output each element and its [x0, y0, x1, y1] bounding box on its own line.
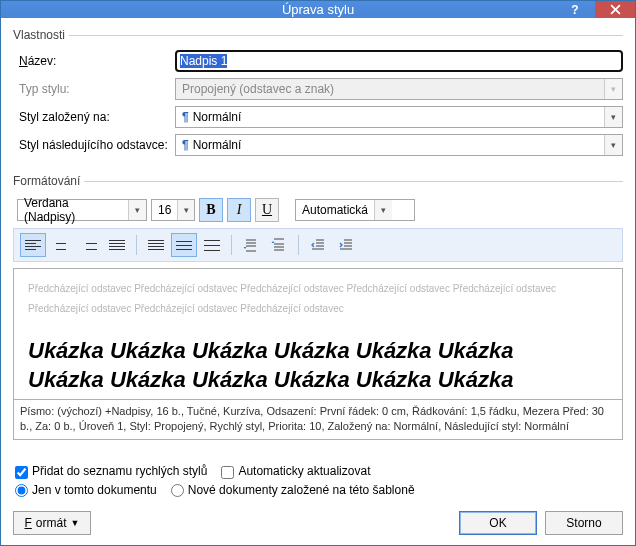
window-title: Úprava stylu	[1, 2, 635, 17]
para-space-icon	[271, 237, 287, 253]
chevron-down-icon[interactable]: ▾	[177, 200, 194, 220]
spacing-med-icon	[176, 241, 192, 250]
line-spacing-2-button[interactable]	[199, 233, 225, 257]
align-right-icon	[81, 240, 97, 250]
font-color-combo[interactable]: Automatická ▾	[295, 199, 415, 221]
preview-sample-line-2: Ukázka Ukázka Ukázka Ukázka Ukázka Ukázk…	[28, 366, 608, 395]
following-value: ¶Normální	[176, 138, 604, 152]
help-button[interactable]: ?	[555, 1, 595, 18]
para-space-icon	[243, 237, 259, 253]
chevron-down-icon[interactable]: ▾	[604, 107, 622, 127]
align-center-icon	[53, 240, 69, 250]
style-type-value: Propojený (odstavec a znak)	[176, 82, 604, 96]
this-doc-radio-input[interactable]	[15, 484, 28, 497]
indent-decrease-button[interactable]	[305, 233, 331, 257]
indent-inc-icon	[338, 237, 354, 253]
font-toolbar: Verdana (Nadpisy) ▾ 16 ▾ B I U Automatic…	[13, 196, 623, 228]
dialog-body: Vlastnosti Název: Typ stylu: Propojený (…	[1, 18, 635, 545]
align-center-button[interactable]	[48, 233, 74, 257]
bold-button[interactable]: B	[199, 198, 223, 222]
space-before-dec-button[interactable]	[266, 233, 292, 257]
chevron-down-icon: ▾	[604, 79, 622, 99]
name-input[interactable]	[175, 50, 623, 72]
chevron-down-icon[interactable]: ▾	[128, 200, 146, 220]
dialog-footer: Formát ▼ OK Storno	[13, 511, 623, 535]
align-justify-button[interactable]	[104, 233, 130, 257]
new-docs-radio-input[interactable]	[171, 484, 184, 497]
based-on-label: Styl založený na:	[13, 110, 175, 124]
based-on-select[interactable]: ¶Normální ▾	[175, 106, 623, 128]
font-size-combo[interactable]: 16 ▾	[151, 199, 195, 221]
align-justify-icon	[109, 240, 125, 250]
based-on-value: ¶Normální	[176, 110, 604, 124]
underline-button[interactable]: U	[255, 198, 279, 222]
spacing-wide-icon	[204, 240, 220, 251]
style-type-label: Typ stylu:	[13, 82, 175, 96]
auto-update-checkbox[interactable]	[221, 466, 234, 479]
separator	[231, 235, 232, 255]
font-family-combo[interactable]: Verdana (Nadpisy) ▾	[17, 199, 147, 221]
options-area: Přidat do seznamu rychlých stylů Automat…	[13, 464, 623, 501]
ok-button[interactable]: OK	[459, 511, 537, 535]
following-style-select[interactable]: ¶Normální ▾	[175, 134, 623, 156]
following-label: Styl následujícího odstavce:	[13, 138, 175, 152]
font-size-value: 16	[152, 203, 177, 217]
titlebar: Úprava stylu ?	[1, 1, 635, 18]
chevron-down-icon: ▼	[71, 518, 80, 528]
spacing-tight-icon	[148, 240, 164, 250]
style-description: Písmo: (výchozí) +Nadpisy, 16 b., Tučné,…	[13, 400, 623, 440]
font-color-value: Automatická	[296, 203, 374, 217]
line-spacing-15-button[interactable]	[171, 233, 197, 257]
align-left-icon	[25, 240, 41, 250]
pilcrow-icon: ¶	[182, 110, 189, 124]
align-right-button[interactable]	[76, 233, 102, 257]
space-before-inc-button[interactable]	[238, 233, 264, 257]
new-docs-radio[interactable]: Nové dokumenty založené na této šabloně	[171, 483, 415, 497]
modify-style-dialog: Úprava stylu ? Vlastnosti Název: Typ sty…	[0, 0, 636, 546]
align-left-button[interactable]	[20, 233, 46, 257]
auto-update-check[interactable]: Automaticky aktualizovat	[221, 464, 370, 478]
properties-group: Vlastnosti Název: Typ stylu: Propojený (…	[13, 28, 623, 166]
close-button[interactable]	[595, 1, 635, 18]
quick-styles-check[interactable]: Přidat do seznamu rychlých stylů	[15, 464, 207, 478]
preview-pane: Předcházející odstavec Předcházející ods…	[13, 268, 623, 400]
preview-context-text: Předcházející odstavec Předcházející ods…	[28, 279, 608, 319]
chevron-down-icon[interactable]: ▾	[604, 135, 622, 155]
italic-button[interactable]: I	[227, 198, 251, 222]
name-label: Název:	[13, 54, 175, 68]
separator	[136, 235, 137, 255]
paragraph-toolbar	[13, 228, 623, 262]
titlebar-buttons: ?	[555, 1, 635, 18]
chevron-down-icon[interactable]: ▾	[374, 200, 392, 220]
separator	[298, 235, 299, 255]
quick-styles-checkbox[interactable]	[15, 466, 28, 479]
formatting-group: Formátování Verdana (Nadpisy) ▾ 16 ▾ B I…	[13, 174, 623, 444]
pilcrow-icon: ¶	[182, 138, 189, 152]
this-doc-radio[interactable]: Jen v tomto dokumentu	[15, 483, 157, 497]
indent-increase-button[interactable]	[333, 233, 359, 257]
style-type-select: Propojený (odstavec a znak) ▾	[175, 78, 623, 100]
properties-legend: Vlastnosti	[13, 28, 69, 42]
close-icon	[610, 4, 621, 15]
font-family-value: Verdana (Nadpisy)	[18, 196, 128, 224]
preview-sample-line-1: Ukázka Ukázka Ukázka Ukázka Ukázka Ukázk…	[28, 337, 608, 366]
cancel-button[interactable]: Storno	[545, 511, 623, 535]
indent-dec-icon	[310, 237, 326, 253]
line-spacing-1-button[interactable]	[143, 233, 169, 257]
format-button[interactable]: Formát ▼	[13, 511, 91, 535]
formatting-legend: Formátování	[13, 174, 84, 188]
